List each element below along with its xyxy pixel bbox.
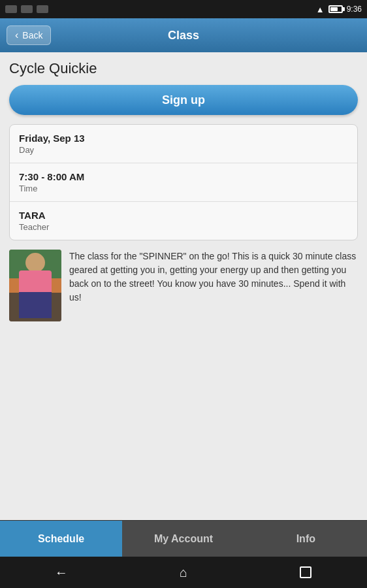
wifi-icon: ▲ bbox=[316, 5, 325, 14]
battery-icon bbox=[328, 5, 343, 13]
nav-title: Class bbox=[168, 29, 199, 42]
info-row-day: Friday, Sep 13 Day bbox=[10, 125, 357, 163]
time-label: 7:30 - 8:00 AM bbox=[19, 171, 348, 182]
tab-schedule-label: Schedule bbox=[38, 533, 84, 545]
tab-my-account-label: My Account bbox=[154, 533, 213, 545]
signup-button[interactable]: Sign up bbox=[9, 85, 358, 115]
teacher-sub: Teacher bbox=[19, 222, 348, 232]
android-home-button[interactable]: ⌂ bbox=[170, 559, 197, 585]
description-section: The class for the "SPINNER" on the go! T… bbox=[9, 250, 358, 321]
day-sub: Day bbox=[19, 145, 348, 155]
android-nav-bar: ← ⌂ bbox=[0, 557, 367, 588]
teacher-label: TARA bbox=[19, 210, 348, 221]
instructor-image-bg bbox=[9, 250, 61, 321]
notification-icon-3 bbox=[37, 5, 48, 13]
tab-my-account[interactable]: My Account bbox=[122, 521, 244, 557]
tab-info-label: Info bbox=[296, 533, 315, 545]
instructor-legs bbox=[19, 292, 52, 318]
info-row-teacher: TARA Teacher bbox=[10, 202, 357, 240]
back-label: Back bbox=[22, 30, 42, 41]
status-icons-left bbox=[5, 5, 48, 13]
notification-icon-1 bbox=[5, 5, 17, 13]
page-title: Cycle Quickie bbox=[9, 60, 358, 77]
android-recent-icon bbox=[300, 566, 311, 578]
tab-schedule[interactable]: Schedule bbox=[0, 521, 122, 557]
android-back-button[interactable]: ← bbox=[48, 559, 74, 585]
status-bar: ▲ 9:36 bbox=[0, 0, 367, 18]
instructor-image bbox=[9, 250, 61, 321]
main-content: Cycle Quickie Sign up Friday, Sep 13 Day… bbox=[0, 52, 367, 520]
time-sub: Time bbox=[19, 184, 348, 193]
tab-bar: Schedule My Account Info bbox=[0, 520, 367, 557]
back-button[interactable]: ‹ Back bbox=[7, 25, 51, 45]
status-icons-right: ▲ 9:36 bbox=[316, 5, 362, 14]
android-recent-button[interactable] bbox=[293, 559, 319, 585]
back-arrow-icon: ‹ bbox=[15, 29, 18, 41]
nav-bar: ‹ Back Class bbox=[0, 18, 367, 52]
description-text: The class for the "SPINNER" on the go! T… bbox=[69, 250, 358, 304]
instructor-body bbox=[19, 270, 52, 293]
android-home-icon: ⌂ bbox=[180, 565, 187, 580]
tab-info[interactable]: Info bbox=[245, 521, 367, 557]
android-back-icon: ← bbox=[55, 565, 68, 580]
info-card: Friday, Sep 13 Day 7:30 - 8:00 AM Time T… bbox=[9, 124, 358, 240]
day-label: Friday, Sep 13 bbox=[19, 133, 348, 144]
instructor-head bbox=[25, 253, 45, 272]
time-display: 9:36 bbox=[347, 5, 362, 14]
notification-icon-2 bbox=[21, 5, 33, 13]
info-row-time: 7:30 - 8:00 AM Time bbox=[10, 163, 357, 202]
